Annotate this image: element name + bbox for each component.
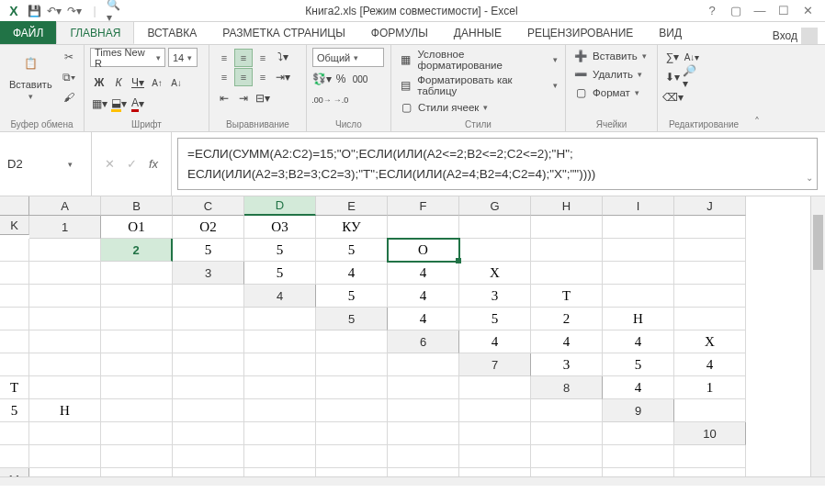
cell[interactable] [0,422,29,445]
copy-icon[interactable]: ⧉▾ [60,68,78,86]
cell[interactable] [388,353,459,376]
cell[interactable] [244,399,316,422]
cell[interactable] [674,399,746,422]
cell[interactable] [0,239,29,262]
cell[interactable] [101,308,173,330]
cell[interactable]: 5 [316,239,388,262]
cell[interactable] [531,216,603,239]
cell[interactable] [388,468,459,476]
cell[interactable] [29,468,101,476]
cell[interactable] [173,285,244,308]
cell[interactable] [459,468,531,476]
cell[interactable] [244,445,316,468]
align-bottom-icon[interactable]: ≡ [254,49,272,67]
decrease-indent-icon[interactable]: ⇤ [215,89,233,107]
cell[interactable] [173,422,244,445]
cell[interactable] [531,468,603,476]
cell[interactable] [316,330,388,353]
cell[interactable]: Т [531,285,603,308]
fill-button[interactable]: ⬇▾ [663,68,682,86]
cell[interactable]: 5 [244,239,316,262]
column-header[interactable]: I [603,196,674,216]
tab-page-layout[interactable]: РАЗМЕТКА СТРАНИЦЫ [209,21,358,44]
worksheet-grid[interactable]: ABCDEFGHIJK1О1О2О3КУ2555О3544Х4543Т5452Н… [0,196,825,476]
column-header[interactable]: C [173,196,244,216]
cut-icon[interactable]: ✂ [60,48,78,66]
cell[interactable] [29,330,101,353]
close-icon[interactable]: ✕ [797,3,818,19]
cell[interactable] [101,262,173,285]
align-center-icon[interactable]: ≡ [234,68,253,86]
align-right-icon[interactable]: ≡ [254,68,272,86]
tab-review[interactable]: РЕЦЕНЗИРОВАНИЕ [514,21,646,44]
scrollbar-thumb[interactable] [813,215,823,270]
bold-button[interactable]: Ж [90,73,108,92]
cell[interactable]: 4 [674,353,746,376]
cell[interactable]: 4 [388,308,459,330]
align-left-icon[interactable]: ≡ [215,68,233,86]
comma-button[interactable]: 000 [351,70,369,88]
row-header[interactable]: 10 [674,422,746,445]
conditional-formatting-button[interactable]: ▦Условное форматирование▾ [397,48,559,72]
cell[interactable] [459,422,531,445]
cell[interactable] [531,239,603,262]
format-cells-button[interactable]: ▢Формат▾ [571,84,641,101]
chevron-down-icon[interactable]: ▾ [68,160,73,169]
cell[interactable]: 5 [316,285,388,308]
cell[interactable] [603,239,674,262]
cell[interactable] [0,445,29,468]
row-header[interactable]: 9 [603,399,674,422]
redo-icon[interactable]: ↷▾ [66,3,83,19]
cell[interactable] [316,353,388,376]
cell[interactable] [674,468,746,476]
cell[interactable] [459,445,531,468]
cell[interactable] [0,262,29,285]
cell[interactable] [29,376,101,399]
cell[interactable] [173,308,244,330]
cell[interactable] [173,376,244,399]
cell[interactable] [173,468,244,476]
cell[interactable] [459,239,531,262]
fill-color-button[interactable]: ⬓▾ [109,95,128,113]
cell[interactable] [459,376,531,399]
row-header[interactable]: 4 [244,285,316,308]
cell[interactable] [316,376,388,399]
row-header[interactable]: 5 [316,308,388,330]
fx-icon[interactable]: fx [145,157,162,171]
cell[interactable]: 1 [674,376,746,399]
cell[interactable] [316,445,388,468]
cell[interactable]: 4 [388,285,459,308]
cell[interactable] [0,330,29,353]
cell[interactable]: 2 [531,308,603,330]
minimize-icon[interactable]: — [750,3,770,19]
align-top-icon[interactable]: ≡ [215,49,233,67]
decrease-decimal-icon[interactable]: →.0 [332,91,350,109]
font-size-combo[interactable]: 14▾ [168,48,198,67]
number-format-combo[interactable]: Общий▾ [312,48,384,67]
column-header[interactable]: H [531,196,603,216]
cell[interactable]: 5 [244,262,316,285]
cell[interactable] [674,445,746,468]
cell[interactable] [674,216,746,239]
cell[interactable] [101,399,173,422]
collapse-ribbon-icon[interactable]: ˄ [750,45,764,131]
row-header[interactable]: 1 [29,216,101,239]
cell[interactable] [316,422,388,445]
cell[interactable] [388,445,459,468]
cell[interactable]: 5 [0,399,29,422]
autosum-button[interactable]: ∑▾ [663,48,682,66]
save-icon[interactable]: 💾 [26,3,42,19]
wrap-text-button[interactable]: ⇥▾ [274,68,292,86]
cell[interactable]: 5 [173,239,244,262]
align-middle-icon[interactable]: ≡ [234,49,253,67]
row-header[interactable]: 3 [173,262,244,285]
column-header[interactable]: J [674,196,746,216]
cell[interactable] [244,330,316,353]
cell[interactable]: 3 [459,285,531,308]
cell[interactable] [459,216,531,239]
column-header[interactable]: F [388,196,459,216]
cell[interactable]: 3 [531,353,603,376]
cell[interactable] [29,285,101,308]
cell[interactable] [244,308,316,330]
cell[interactable] [173,445,244,468]
